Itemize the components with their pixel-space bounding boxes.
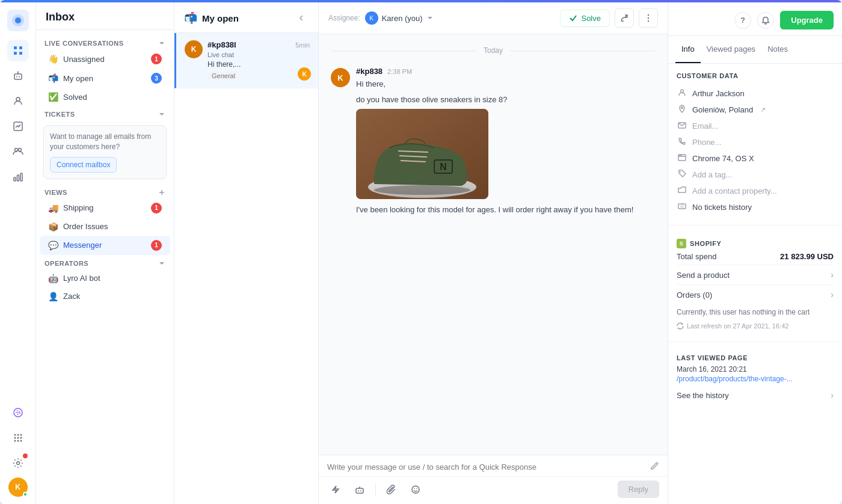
tab-viewed-pages[interactable]: Viewed pages	[701, 36, 761, 63]
last-viewed-section: LAST VIEWED PAGE March 16, 2021 20:21 /p…	[668, 347, 842, 407]
sidebar-item-solved[interactable]: ✅ Solved	[40, 88, 170, 106]
zack-icon: 👤	[48, 292, 58, 301]
svg-point-29	[16, 462, 19, 465]
no-tickets-row: No tickets history	[677, 199, 834, 215]
nav-bot[interactable]	[7, 65, 29, 87]
collapse-button[interactable]	[294, 11, 309, 25]
tickets-box: Want to manage all emails from your cust…	[43, 125, 167, 179]
attachment-icon[interactable]	[383, 481, 400, 498]
svg-rect-3	[19, 46, 22, 49]
external-link-icon[interactable]: ↗	[760, 106, 766, 114]
upgrade-button[interactable]: Upgrade	[780, 11, 834, 29]
svg-point-13	[18, 149, 21, 152]
notifications-button[interactable]	[757, 12, 774, 29]
nav-contacts[interactable]	[7, 90, 29, 112]
solved-icon: ✅	[48, 92, 58, 102]
svg-point-43	[360, 490, 361, 491]
merge-button[interactable]	[615, 8, 634, 28]
nav-reports[interactable]	[7, 115, 29, 137]
chevron-right-icon: ›	[831, 270, 834, 280]
customer-data-section: CUSTOMER DATA Arthur Jackson Goleniów, P…	[668, 64, 842, 220]
right-panel: ? Upgrade Info Viewed pages Notes CUSTOM…	[668, 2, 842, 504]
sidebar-item-zack[interactable]: 👤 Zack	[40, 287, 170, 306]
check-icon	[569, 14, 577, 22]
location-icon	[677, 105, 687, 115]
customer-browser-row: Chrome 74, OS X	[677, 150, 834, 167]
customer-property-row[interactable]: Add a contact property...	[677, 183, 834, 199]
my-open-icon: 📬	[48, 73, 58, 83]
chat-input-area: Reply	[319, 455, 668, 504]
svg-point-1	[15, 17, 21, 23]
nav-lyro[interactable]	[7, 402, 29, 423]
customer-location-row: Goleniów, Poland ↗	[677, 102, 834, 118]
svg-point-7	[16, 76, 17, 78]
lyro-icon: 🤖	[48, 274, 58, 283]
solve-button[interactable]: Solve	[560, 10, 610, 27]
emoji-icon[interactable]	[407, 481, 424, 498]
sidebar-item-my-open[interactable]: 📬 My open 3	[40, 69, 170, 88]
chat-input[interactable]	[327, 463, 650, 472]
conversation-list: 📬 My open K #kp838l 5min Live chat	[174, 2, 319, 504]
order-icon: 📦	[48, 222, 58, 232]
message-question: do you have those olive sneakers in size…	[356, 94, 645, 106]
chat-header-actions: Solve	[560, 8, 658, 28]
sidebar-item-order-issues[interactable]: 📦 Order Issues	[40, 218, 170, 236]
section-divider	[668, 225, 842, 226]
svg-rect-2	[14, 46, 17, 49]
svg-point-26	[14, 440, 16, 442]
svg-rect-15	[17, 175, 19, 181]
svg-point-8	[19, 76, 20, 78]
svg-point-12	[14, 149, 17, 152]
help-button[interactable]: ?	[734, 12, 751, 29]
nav-analytics[interactable]	[7, 166, 29, 188]
sidebar-item-shipping[interactable]: 🚚 Shipping 1	[40, 198, 170, 218]
bot-icon[interactable]	[351, 481, 368, 498]
settings-wrap	[7, 452, 29, 474]
tab-notes[interactable]: Notes	[761, 36, 794, 63]
page-path[interactable]: /product/bag/products/the-vintage-...	[677, 375, 834, 383]
conv-list-title: 📬 My open	[184, 11, 239, 25]
svg-rect-55	[678, 204, 686, 209]
message-row: K #kp838 2:38 PM Hi there, do you have t…	[331, 67, 656, 220]
customer-email-row[interactable]: Email...	[677, 118, 834, 134]
nav-team[interactable]	[7, 141, 29, 162]
see-history-row[interactable]: See the history ›	[677, 388, 834, 402]
reply-button[interactable]: Reply	[618, 481, 659, 498]
svg-point-9	[17, 72, 19, 73]
toolbar-divider	[375, 484, 376, 496]
assignee-dropdown[interactable]: K Karen (you)	[365, 11, 434, 25]
conv-tag: General	[207, 71, 239, 81]
refresh-row[interactable]: Last refresh on 27 Apr 2021, 16:42	[677, 320, 834, 332]
sidebar-item-lyro[interactable]: 🤖 Lyro AI bot	[40, 269, 170, 287]
orders-row[interactable]: Orders (0) ›	[677, 284, 834, 304]
orders-chevron-icon: ›	[831, 290, 834, 300]
nav-logo	[7, 10, 29, 31]
sidebar-item-messenger[interactable]: 💬 Messenger 1	[40, 236, 170, 255]
person-icon	[677, 88, 687, 99]
user-avatar[interactable]: K	[8, 478, 28, 497]
connect-mailbox-button[interactable]: Connect mailbox	[50, 157, 117, 173]
send-product-row[interactable]: Send a product ›	[677, 265, 834, 284]
more-options-button[interactable]	[639, 8, 658, 28]
see-history-chevron-icon: ›	[831, 390, 834, 400]
online-status-dot	[23, 492, 28, 497]
svg-rect-6	[14, 74, 22, 79]
svg-rect-4	[14, 52, 17, 55]
section-operators: OPERATORS	[36, 255, 174, 269]
tab-info[interactable]: Info	[675, 36, 701, 63]
svg-point-19	[17, 412, 19, 413]
svg-point-27	[17, 440, 19, 442]
svg-point-23	[14, 437, 16, 439]
cart-note: Currently, this user has nothing in the …	[677, 304, 834, 320]
nav-home[interactable]	[7, 40, 29, 61]
customer-tag-row[interactable]: Add a tag...	[677, 167, 834, 183]
sidebar-item-unassigned[interactable]: 👋 Unassigned 1	[40, 49, 170, 69]
lightning-icon[interactable]	[327, 481, 344, 498]
edit-icon[interactable]	[650, 461, 659, 473]
conversation-item-kp838l[interactable]: K #kp838l 5min Live chat Hi there,... Ge…	[174, 33, 318, 88]
page-date: March 16, 2021 20:21	[677, 365, 834, 373]
conv-preview: Hi there,...	[207, 60, 310, 69]
customer-phone-row[interactable]: Phone...	[677, 134, 834, 150]
message-meta: #kp838 2:38 PM	[356, 67, 645, 76]
nav-apps[interactable]	[7, 427, 29, 449]
